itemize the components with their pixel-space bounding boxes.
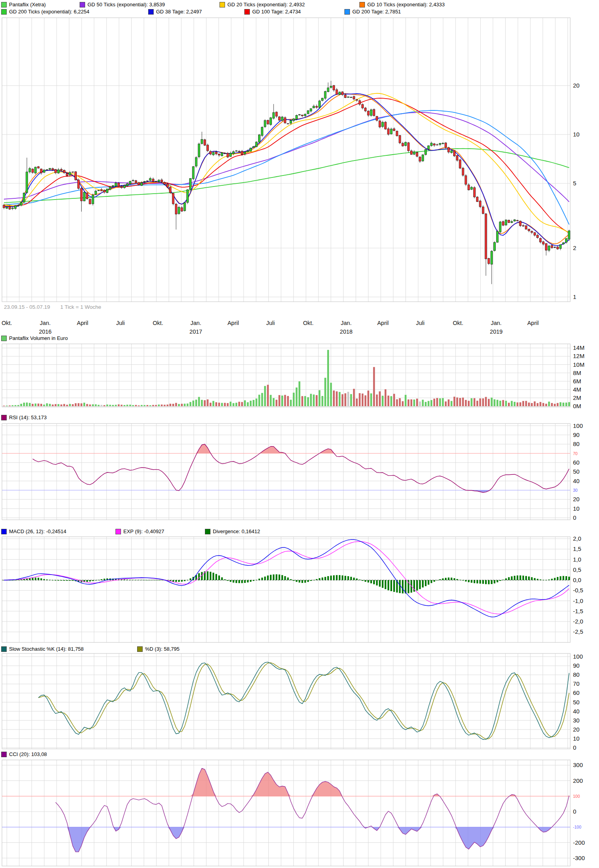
- legend-divergence: Divergence: 0,16412: [205, 528, 260, 534]
- legend-label: GD 200 Ticks (exponential): 6,2254: [9, 9, 89, 15]
- svg-text:0: 0: [573, 744, 576, 751]
- legend-stochastic-k: Slow Stochastic %K (14): 81,758: [1, 646, 84, 652]
- svg-text:Juli: Juli: [116, 320, 125, 326]
- gd50-swatch-icon: [80, 2, 85, 7]
- svg-text:14M: 14M: [573, 344, 584, 351]
- legend-label: MACD (26, 12): -0,24514: [9, 528, 66, 534]
- legend-label: GD 20 Ticks (exponential): 2,4932: [227, 2, 305, 7]
- legend-label: Pantaflix (Xetra): [9, 2, 46, 7]
- svg-text:0M: 0M: [573, 403, 581, 409]
- legend-label: GD 38 Tage: 2,2497: [156, 9, 202, 15]
- svg-text:20: 20: [573, 82, 580, 89]
- legend-volume: Pantaflix Volumen in Euro: [1, 335, 68, 341]
- legend-label: Pantaflix Volumen in Euro: [9, 335, 68, 341]
- stoch-k-swatch-icon: [1, 646, 7, 652]
- gd100-swatch-icon: [244, 9, 250, 15]
- svg-text:5: 5: [573, 180, 576, 187]
- svg-text:30: 30: [573, 488, 578, 493]
- svg-text:1: 1: [573, 293, 576, 300]
- svg-text:April: April: [527, 320, 539, 326]
- svg-text:60: 60: [573, 689, 580, 696]
- legend-gd38-tage: GD 38 Tage: 2,2497: [148, 9, 202, 15]
- svg-text:1,5: 1,5: [573, 545, 581, 552]
- date-range: 23.09.15 - 05.07.19: [4, 304, 50, 310]
- svg-text:-0,5: -0,5: [573, 587, 583, 594]
- svg-text:2: 2: [573, 245, 576, 251]
- gd200t-swatch-icon: [1, 9, 7, 15]
- stoch-d-swatch-icon: [137, 646, 143, 652]
- legend-gd10-ticks: GD 10 Ticks (exponential): 2,4333: [359, 2, 445, 7]
- legend-label: GD 100 Tage: 2,4734: [252, 9, 301, 15]
- svg-text:6M: 6M: [573, 378, 581, 385]
- svg-text:2,0: 2,0: [573, 535, 581, 542]
- svg-text:-100: -100: [573, 825, 581, 829]
- svg-text:Jan.: Jan.: [491, 320, 501, 326]
- svg-text:-2,5: -2,5: [573, 628, 583, 635]
- svg-text:0,0: 0,0: [573, 577, 581, 583]
- svg-text:10: 10: [573, 131, 580, 138]
- legend-gd20-ticks: GD 20 Ticks (exponential): 2,4932: [220, 2, 305, 7]
- svg-text:8M: 8M: [573, 370, 581, 376]
- svg-text:1,0: 1,0: [573, 556, 581, 563]
- svg-text:80: 80: [573, 441, 580, 447]
- svg-text:Jan.: Jan.: [40, 320, 50, 326]
- svg-text:-300: -300: [573, 855, 585, 861]
- legend-label: Slow Stochastic %K (14): 81,758: [9, 646, 84, 652]
- legend-gd200-ticks: GD 200 Ticks (exponential): 6,2254: [1, 9, 89, 15]
- svg-text:90: 90: [573, 431, 580, 438]
- legend-stochastic-d: %D (3): 58,795: [137, 646, 179, 652]
- svg-text:2M: 2M: [573, 394, 581, 401]
- svg-text:20: 20: [573, 496, 580, 502]
- svg-text:70: 70: [573, 451, 578, 456]
- legend-gd200-tage: GD 200 Tage: 2,7851: [344, 9, 401, 15]
- svg-text:80: 80: [573, 671, 580, 678]
- svg-text:-1,0: -1,0: [573, 597, 583, 604]
- svg-text:Okt.: Okt.: [453, 320, 463, 326]
- svg-text:100: 100: [573, 653, 583, 660]
- macd-swatch-icon: [1, 529, 7, 534]
- cci-swatch-icon: [1, 752, 7, 757]
- legend-label: GD 50 Ticks (exponential): 3,8539: [87, 2, 165, 7]
- svg-text:Juli: Juli: [266, 320, 275, 326]
- svg-text:2017: 2017: [190, 329, 202, 335]
- legend-gd100-tage: GD 100 Tage: 2,4734: [244, 9, 301, 15]
- svg-text:April: April: [377, 320, 389, 326]
- svg-text:Okt.: Okt.: [153, 320, 164, 326]
- svg-text:Okt.: Okt.: [303, 320, 314, 326]
- svg-text:0: 0: [573, 514, 576, 521]
- svg-text:Jan.: Jan.: [341, 320, 352, 326]
- svg-text:Jan.: Jan.: [190, 320, 201, 326]
- svg-text:0: 0: [573, 808, 576, 815]
- svg-text:40: 40: [573, 708, 580, 715]
- svg-text:300: 300: [573, 762, 583, 768]
- svg-text:50: 50: [573, 468, 580, 475]
- svg-text:30: 30: [573, 717, 580, 724]
- pantaflix-swatch-icon: [1, 2, 7, 7]
- svg-text:2018: 2018: [340, 329, 352, 335]
- legend-label: CCI (20): 103,08: [9, 751, 47, 757]
- svg-text:10: 10: [573, 735, 580, 742]
- volume-swatch-icon: [1, 336, 7, 341]
- legend-cci: CCI (20): 103,08: [1, 751, 47, 757]
- legend-exp: EXP (9): -0,40927: [115, 528, 164, 534]
- legend-label: EXP (9): -0,40927: [123, 528, 164, 534]
- gd38-swatch-icon: [148, 9, 154, 15]
- legend-pantaflix: Pantaflix (Xetra): [1, 2, 46, 7]
- svg-text:4M: 4M: [573, 386, 581, 393]
- legend-macd: MACD (26, 12): -0,24514: [1, 528, 66, 534]
- legend-label: Divergence: 0,16412: [213, 528, 260, 534]
- svg-text:2019: 2019: [490, 329, 502, 335]
- chart-canvas: 2010521Okt.Jan.2016AprilJuliOkt.Jan.2017…: [0, 0, 599, 868]
- chart-root: 2010521Okt.Jan.2016AprilJuliOkt.Jan.2017…: [0, 0, 599, 868]
- rsi-swatch-icon: [1, 415, 7, 420]
- svg-text:60: 60: [573, 459, 580, 466]
- legend-gd50-ticks: GD 50 Ticks (exponential): 3,8539: [80, 2, 165, 7]
- svg-text:10M: 10M: [573, 361, 584, 368]
- gd20-swatch-icon: [220, 2, 225, 7]
- legend-label: RSI (14): 53,173: [9, 414, 47, 420]
- tick-note: 1 Tick = 1 Woche: [60, 304, 101, 310]
- divergence-swatch-icon: [205, 529, 210, 534]
- svg-text:10: 10: [573, 505, 580, 512]
- svg-text:100: 100: [573, 422, 583, 429]
- legend-label: GD 200 Tage: 2,7851: [352, 9, 401, 15]
